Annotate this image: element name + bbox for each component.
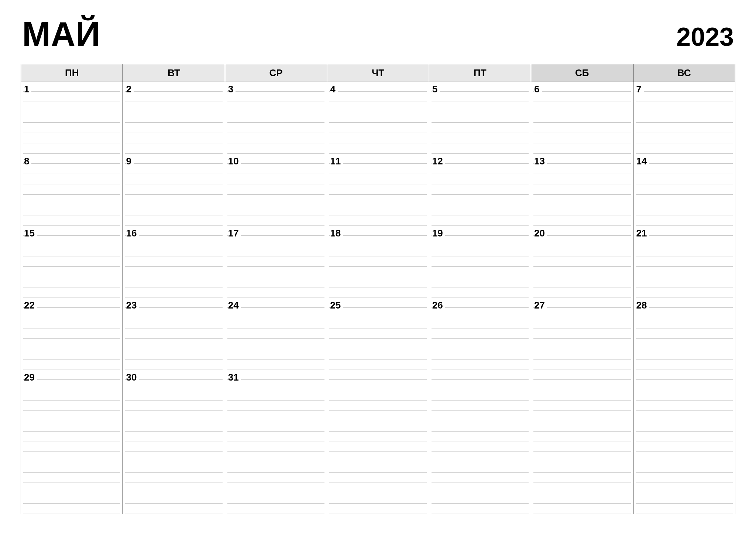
weekday-header: ВС (633, 64, 735, 82)
ruled-lines (125, 82, 222, 154)
ruled-lines (227, 442, 324, 514)
calendar-week: 22 23 24 25 26 27 28 (21, 298, 735, 370)
day-number: 15 (24, 228, 37, 239)
year-title: 2023 (676, 22, 734, 52)
ruled-lines (533, 298, 630, 370)
day-number: 25 (330, 300, 343, 311)
ruled-lines (636, 226, 733, 298)
day-number: 20 (534, 228, 547, 239)
calendar-day (123, 442, 225, 514)
ruled-lines (227, 82, 324, 154)
ruled-lines (23, 154, 120, 226)
calendar-day: 2 (123, 82, 225, 154)
calendar-week: 8 9 10 11 12 13 14 (21, 154, 735, 226)
calendar-day: 31 (225, 370, 327, 442)
calendar-day: 19 (429, 226, 531, 298)
ruled-lines (125, 154, 222, 226)
day-number: 28 (636, 300, 649, 311)
day-number: 4 (330, 84, 337, 95)
calendar-header: МАЙ 2023 (21, 15, 735, 54)
day-number: 13 (534, 156, 547, 167)
day-number: 29 (24, 372, 37, 383)
calendar-grid: ПН ВТ СР ЧТ ПТ СБ ВС 1 2 3 4 5 6 7 8 9 1… (21, 64, 735, 514)
day-number: 26 (432, 300, 445, 311)
calendar-day (429, 442, 531, 514)
ruled-lines (125, 226, 222, 298)
calendar-week: 29 30 31 (21, 370, 735, 442)
day-number: 2 (126, 84, 133, 95)
calendar-day: 21 (633, 226, 735, 298)
calendar-day: 4 (327, 82, 429, 154)
ruled-lines (432, 154, 529, 226)
calendar-day: 12 (429, 154, 531, 226)
day-number: 19 (432, 228, 445, 239)
ruled-lines (533, 82, 630, 154)
calendar-week (21, 442, 735, 514)
calendar-day: 7 (633, 82, 735, 154)
day-number: 22 (24, 300, 37, 311)
ruled-lines (23, 442, 120, 514)
calendar-day: 16 (123, 226, 225, 298)
calendar-day: 11 (327, 154, 429, 226)
calendar-day (327, 442, 429, 514)
calendar-day (225, 442, 327, 514)
day-number: 6 (534, 84, 542, 95)
ruled-lines (636, 154, 733, 226)
ruled-lines (636, 370, 733, 442)
calendar-day: 30 (123, 370, 225, 442)
calendar-day: 20 (531, 226, 633, 298)
day-number: 8 (24, 156, 31, 167)
ruled-lines (125, 370, 222, 442)
ruled-lines (329, 298, 426, 370)
ruled-lines (329, 442, 426, 514)
calendar-day: 1 (21, 82, 123, 154)
ruled-lines (636, 298, 733, 370)
calendar-day: 24 (225, 298, 327, 370)
weekday-header: ПТ (429, 64, 531, 82)
ruled-lines (533, 370, 630, 442)
day-number: 24 (228, 300, 241, 311)
calendar-day (633, 370, 735, 442)
calendar-week: 1 2 3 4 5 6 7 (21, 82, 735, 154)
calendar-day: 14 (633, 154, 735, 226)
day-number: 16 (126, 228, 139, 239)
calendar-day: 26 (429, 298, 531, 370)
ruled-lines (125, 442, 222, 514)
ruled-lines (227, 154, 324, 226)
calendar-week: 15 16 17 18 19 20 21 (21, 226, 735, 298)
calendar-day (327, 370, 429, 442)
day-number: 23 (126, 300, 139, 311)
calendar-day (21, 442, 123, 514)
ruled-lines (329, 82, 426, 154)
ruled-lines (533, 226, 630, 298)
day-number: 14 (636, 156, 649, 167)
weekday-header: ПН (21, 64, 123, 82)
ruled-lines (636, 442, 733, 514)
weekday-header: СБ (531, 64, 633, 82)
weekday-row: ПН ВТ СР ЧТ ПТ СБ ВС (21, 64, 735, 82)
calendar-day: 23 (123, 298, 225, 370)
ruled-lines (432, 370, 529, 442)
ruled-lines (23, 82, 120, 154)
weekday-header: ЧТ (327, 64, 429, 82)
day-number: 7 (636, 84, 644, 95)
day-number: 9 (126, 156, 133, 167)
day-number: 10 (228, 156, 241, 167)
calendar-day: 5 (429, 82, 531, 154)
weekday-header: ВТ (123, 64, 225, 82)
ruled-lines (432, 226, 529, 298)
day-number: 3 (228, 84, 236, 95)
ruled-lines (227, 226, 324, 298)
calendar-day: 9 (123, 154, 225, 226)
ruled-lines (432, 442, 529, 514)
calendar-day: 3 (225, 82, 327, 154)
calendar-day: 27 (531, 298, 633, 370)
ruled-lines (227, 370, 324, 442)
ruled-lines (329, 370, 426, 442)
calendar-day (531, 370, 633, 442)
day-number: 27 (534, 300, 547, 311)
calendar-day: 10 (225, 154, 327, 226)
day-number: 21 (636, 228, 649, 239)
calendar-body: 1 2 3 4 5 6 7 8 9 10 11 12 13 14 15 16 1… (21, 82, 735, 514)
ruled-lines (23, 226, 120, 298)
